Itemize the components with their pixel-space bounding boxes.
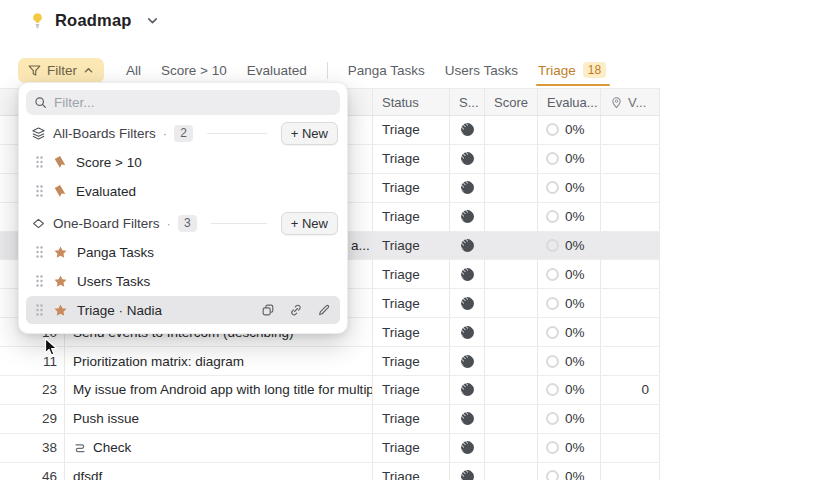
- row-status[interactable]: Triage: [373, 203, 450, 231]
- header-status[interactable]: Status: [373, 89, 450, 115]
- row-status-color[interactable]: [450, 434, 485, 462]
- row-v[interactable]: [601, 289, 660, 317]
- row-status-color[interactable]: [450, 405, 485, 433]
- row-v[interactable]: [601, 260, 660, 288]
- header-s[interactable]: S...: [450, 89, 485, 115]
- row-evaluation[interactable]: 0%: [538, 289, 601, 317]
- edit-icon[interactable]: [317, 303, 331, 317]
- filter-search[interactable]: [26, 90, 340, 115]
- row-status-color[interactable]: [450, 318, 485, 346]
- link-icon[interactable]: [289, 303, 303, 317]
- drag-handle-icon[interactable]: [35, 274, 44, 288]
- tab-all[interactable]: All: [116, 59, 151, 82]
- row-v[interactable]: [601, 318, 660, 346]
- row-status[interactable]: Triage: [373, 145, 450, 173]
- row-name[interactable]: dfsdf: [65, 463, 373, 480]
- drag-handle-icon[interactable]: [35, 245, 44, 259]
- row-v[interactable]: [601, 145, 660, 173]
- row-name[interactable]: Check: [65, 434, 373, 462]
- new-all-boards-filter-button[interactable]: + New: [281, 122, 338, 145]
- row-v[interactable]: 0: [601, 376, 660, 404]
- row-score[interactable]: [485, 260, 538, 288]
- row-score[interactable]: [485, 174, 538, 202]
- row-score[interactable]: [485, 116, 538, 144]
- row-score[interactable]: [485, 145, 538, 173]
- filter-item-users-tasks[interactable]: Users Tasks: [26, 267, 340, 295]
- row-status[interactable]: Triage: [373, 434, 450, 462]
- row-evaluation[interactable]: 0%: [538, 232, 601, 260]
- row-score[interactable]: [485, 376, 538, 404]
- row-v[interactable]: [601, 232, 660, 260]
- row-score[interactable]: [485, 203, 538, 231]
- row-status-color[interactable]: [450, 116, 485, 144]
- table-row[interactable]: 29Push issueTriage0%: [0, 405, 660, 434]
- drag-handle-icon[interactable]: [35, 184, 44, 198]
- drag-handle-icon[interactable]: [35, 303, 44, 317]
- row-evaluation[interactable]: 0%: [538, 174, 601, 202]
- row-v[interactable]: [601, 347, 660, 375]
- row-evaluation[interactable]: 0%: [538, 405, 601, 433]
- row-evaluation[interactable]: 0%: [538, 347, 601, 375]
- row-v[interactable]: [601, 463, 660, 480]
- table-row[interactable]: 46dfsdfTriage0%: [0, 463, 660, 480]
- header-evaluation[interactable]: Evalua...: [538, 89, 601, 115]
- search-input[interactable]: [54, 95, 332, 110]
- row-evaluation[interactable]: 0%: [538, 463, 601, 480]
- row-status-color[interactable]: [450, 289, 485, 317]
- row-status[interactable]: Triage: [373, 116, 450, 144]
- tab-users-tasks[interactable]: Users Tasks: [435, 59, 528, 82]
- row-status-color[interactable]: [450, 232, 485, 260]
- row-status[interactable]: Triage: [373, 260, 450, 288]
- tab-triage[interactable]: Triage18: [528, 58, 616, 82]
- row-score[interactable]: [485, 232, 538, 260]
- row-v[interactable]: [601, 174, 660, 202]
- drag-handle-icon[interactable]: [35, 155, 44, 169]
- row-score[interactable]: [485, 463, 538, 480]
- row-score[interactable]: [485, 405, 538, 433]
- row-v[interactable]: [601, 434, 660, 462]
- new-one-board-filter-button[interactable]: + New: [281, 212, 338, 235]
- chevron-down-icon[interactable]: [146, 14, 159, 27]
- row-name[interactable]: My issue from Android app with long titl…: [65, 376, 373, 404]
- row-status[interactable]: Triage: [373, 174, 450, 202]
- row-status-color[interactable]: [450, 260, 485, 288]
- row-status[interactable]: Triage: [373, 232, 450, 260]
- row-status-color[interactable]: [450, 347, 485, 375]
- table-row[interactable]: 11Prioritization matrix: diagramTriage0%: [0, 347, 660, 376]
- row-status-color[interactable]: [450, 203, 485, 231]
- row-status[interactable]: Triage: [373, 347, 450, 375]
- row-evaluation[interactable]: 0%: [538, 260, 601, 288]
- row-evaluation[interactable]: 0%: [538, 434, 601, 462]
- row-evaluation[interactable]: 0%: [538, 376, 601, 404]
- table-row[interactable]: 23My issue from Android app with long ti…: [0, 376, 660, 405]
- filter-item-score-10[interactable]: Score > 10: [26, 148, 340, 176]
- filter-button[interactable]: Filter: [18, 58, 104, 83]
- filter-item-triage-nadia[interactable]: Triage · Nadia: [26, 296, 340, 324]
- filter-item-evaluated[interactable]: Evaluated: [26, 177, 340, 205]
- header-v[interactable]: V...: [601, 89, 660, 115]
- row-score[interactable]: [485, 318, 538, 346]
- row-evaluation[interactable]: 0%: [538, 318, 601, 346]
- row-status-color[interactable]: [450, 376, 485, 404]
- filter-item-panga-tasks[interactable]: Panga Tasks: [26, 238, 340, 266]
- row-status[interactable]: Triage: [373, 376, 450, 404]
- row-name[interactable]: Push issue: [65, 405, 373, 433]
- row-status-color[interactable]: [450, 145, 485, 173]
- row-status[interactable]: Triage: [373, 405, 450, 433]
- duplicate-icon[interactable]: [261, 303, 275, 317]
- row-score[interactable]: [485, 289, 538, 317]
- row-status-color[interactable]: [450, 174, 485, 202]
- row-status[interactable]: Triage: [373, 463, 450, 480]
- row-name[interactable]: Prioritization matrix: diagram: [65, 347, 373, 375]
- row-score[interactable]: [485, 347, 538, 375]
- tab-score-10[interactable]: Score > 10: [151, 59, 237, 82]
- row-evaluation[interactable]: 0%: [538, 203, 601, 231]
- header-score[interactable]: Score: [485, 89, 538, 115]
- table-row[interactable]: 38CheckTriage0%: [0, 434, 660, 463]
- row-v[interactable]: [601, 116, 660, 144]
- row-evaluation[interactable]: 0%: [538, 145, 601, 173]
- tab-panga-tasks[interactable]: Panga Tasks: [338, 59, 435, 82]
- row-score[interactable]: [485, 434, 538, 462]
- row-v[interactable]: [601, 203, 660, 231]
- row-status-color[interactable]: [450, 463, 485, 480]
